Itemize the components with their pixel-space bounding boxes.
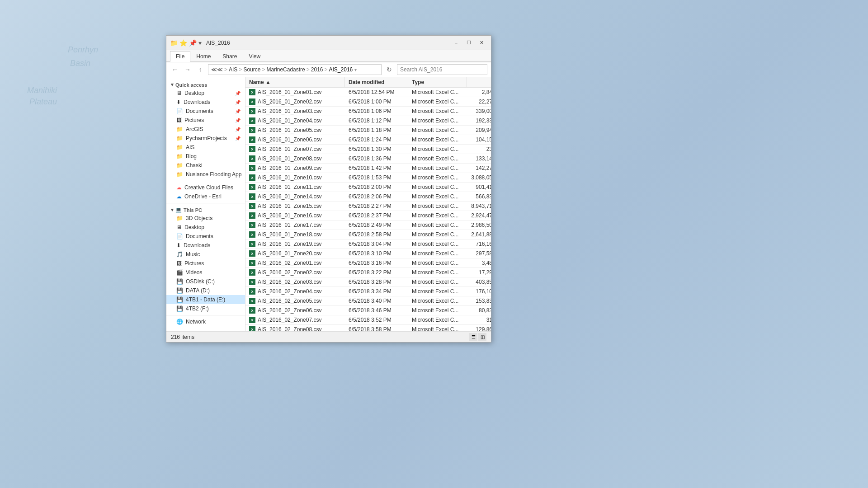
table-row[interactable]: X AIS_2016_01_Zone05.csv 6/5/2018 1:18 P…: [245, 126, 491, 135]
close-button[interactable]: ✕: [476, 38, 487, 47]
path-source: Source: [243, 66, 260, 73]
address-path[interactable]: ≪≪ > AIS > Source > MarineCadastre > 201…: [208, 64, 382, 75]
osdisk-icon: 💾: [176, 278, 183, 285]
table-row[interactable]: X AIS_2016_01_Zone18.csv 6/5/2018 2:58 P…: [245, 230, 491, 239]
chevron-right-icon: ▾: [171, 207, 174, 213]
file-size-cell: 2,641,880 KB: [467, 230, 491, 239]
file-date-cell: 6/5/2018 2:27 PM: [345, 202, 408, 211]
sidebar-item-videos[interactable]: 🎬 Videos: [166, 268, 245, 277]
table-row[interactable]: X AIS_2016_02_Zone06.csv 6/5/2018 3:46 P…: [245, 306, 491, 315]
table-row[interactable]: X AIS_2016_02_Zone03.csv 6/5/2018 3:28 P…: [245, 277, 491, 287]
sidebar-item-chaski[interactable]: 📁 Chaski: [166, 161, 245, 170]
sidebar-item-pictures[interactable]: 🖼 Pictures 📌: [166, 116, 245, 125]
sidebar-item-creative-cloud[interactable]: ☁ Creative Cloud Files: [166, 183, 245, 192]
sidebar-item-pc-desktop[interactable]: 🖥 Desktop: [166, 223, 245, 232]
sidebar-item-network[interactable]: 🌐 Network: [166, 317, 245, 326]
sidebar-item-pc-downloads[interactable]: ⬇ Downloads: [166, 241, 245, 250]
sidebar-divider-2: [166, 203, 245, 203]
sidebar-item-ais[interactable]: 📁 AIS: [166, 143, 245, 152]
details-view-button[interactable]: ☰: [469, 333, 477, 341]
sidebar-this-pc[interactable]: ▾ 💻 This PC: [166, 205, 245, 214]
file-size-cell: 3,088,059 KB: [467, 173, 491, 182]
sidebar-item-data-d[interactable]: 💾 DATA (D:): [166, 286, 245, 295]
sidebar-item-osdisk-label: OSDisk (C:): [186, 278, 215, 285]
table-row[interactable]: X AIS_2016_01_Zone19.csv 6/5/2018 3:04 P…: [245, 239, 491, 249]
large-icons-button[interactable]: ◫: [478, 333, 486, 341]
sidebar-item-arcgis[interactable]: 📁 ArcGIS 📌: [166, 125, 245, 134]
sidebar-item-3dobjects[interactable]: 📁 3D Objects: [166, 214, 245, 223]
sidebar-item-blog[interactable]: 📁 Blog: [166, 152, 245, 161]
table-row[interactable]: X AIS_2016_01_Zone04.csv 6/5/2018 1:12 P…: [245, 116, 491, 126]
table-row[interactable]: X AIS_2016_02_Zone05.csv 6/5/2018 3:40 P…: [245, 296, 491, 306]
sidebar-item-onedrive[interactable]: ☁ OneDrive - Esri: [166, 192, 245, 201]
table-row[interactable]: X AIS_2016_02_Zone01.csv 6/5/2018 3:16 P…: [245, 258, 491, 268]
col-header-type[interactable]: Type: [408, 77, 467, 87]
excel-icon: X: [249, 117, 255, 124]
tab-home[interactable]: Home: [190, 51, 217, 61]
file-list[interactable]: Name ▲ Date modified Type Size X AIS_201…: [245, 77, 491, 331]
col-header-size[interactable]: Size: [467, 77, 491, 87]
search-input[interactable]: [397, 64, 487, 75]
pin-icon-pyc: 📌: [235, 136, 241, 141]
file-name-cell: X AIS_2016_01_Zone17.csv: [245, 221, 345, 230]
table-row[interactable]: X AIS_2016_01_Zone09.csv 6/5/2018 1:42 P…: [245, 164, 491, 173]
sidebar-item-blog-label: Blog: [186, 153, 197, 160]
table-row[interactable]: X AIS_2016_01_Zone08.csv 6/5/2018 1:36 P…: [245, 154, 491, 164]
col-header-name[interactable]: Name ▲: [245, 77, 345, 87]
sidebar-quick-access-label: Quick access: [175, 82, 207, 88]
table-row[interactable]: X AIS_2016_02_Zone07.csv 6/5/2018 3:52 P…: [245, 315, 491, 325]
sidebar-item-4tb1[interactable]: 💾 4TB1 - Data (E:): [166, 295, 245, 304]
forward-button[interactable]: →: [183, 65, 193, 75]
file-size-cell: 142,278 KB: [467, 164, 491, 173]
table-row[interactable]: X AIS_2016_01_Zone17.csv 6/5/2018 2:49 P…: [245, 221, 491, 230]
col-header-date[interactable]: Date modified: [345, 77, 408, 87]
pin-icon-pic: 📌: [235, 118, 241, 123]
sidebar-item-4tb2[interactable]: 💾 4TB2 (F:): [166, 304, 245, 313]
table-row[interactable]: X AIS_2016_01_Zone15.csv 6/5/2018 2:27 P…: [245, 202, 491, 211]
table-row[interactable]: X AIS_2016_01_Zone02.csv 6/5/2018 1:00 P…: [245, 97, 491, 107]
sidebar-item-nusiance[interactable]: 📁 Nusiance Flooding App: [166, 170, 245, 179]
minimize-button[interactable]: −: [450, 38, 462, 47]
sidebar-item-arcgis-label: ArcGIS: [186, 126, 203, 132]
table-row[interactable]: X AIS_2016_01_Zone07.csv 6/5/2018 1:30 P…: [245, 145, 491, 154]
table-row[interactable]: X AIS_2016_02_Zone04.csv 6/5/2018 3:34 P…: [245, 287, 491, 296]
sidebar-item-desktop[interactable]: 🖥 Desktop 📌: [166, 89, 245, 98]
tab-share[interactable]: Share: [217, 51, 243, 61]
sidebar-item-documents[interactable]: 📄 Documents 📌: [166, 107, 245, 116]
table-row[interactable]: X AIS_2016_01_Zone14.csv 6/5/2018 2:06 P…: [245, 192, 491, 202]
table-row[interactable]: X AIS_2016_02_Zone08.csv 6/5/2018 3:58 P…: [245, 325, 491, 331]
refresh-button[interactable]: ↻: [384, 65, 394, 75]
sidebar-item-osdisk[interactable]: 💾 OSDisk (C:): [166, 277, 245, 286]
table-row[interactable]: X AIS_2016_01_Zone20.csv 6/5/2018 3:10 P…: [245, 249, 491, 258]
file-type-cell: Microsoft Excel C...: [408, 202, 467, 211]
table-row[interactable]: X AIS_2016_01_Zone03.csv 6/5/2018 1:06 P…: [245, 107, 491, 116]
chaski-folder-icon: 📁: [176, 162, 183, 169]
sidebar-item-pc-documents[interactable]: 📄 Documents: [166, 232, 245, 241]
tab-file[interactable]: File: [170, 51, 190, 62]
table-row[interactable]: X AIS_2016_01_Zone16.csv 6/5/2018 2:37 P…: [245, 211, 491, 221]
table-row[interactable]: X AIS_2016_01_Zone11.csv 6/5/2018 2:00 P…: [245, 183, 491, 192]
sidebar-this-pc-label: This PC: [184, 207, 202, 213]
sidebar-item-pc-pictures[interactable]: 🖼 Pictures: [166, 259, 245, 268]
back-button[interactable]: ←: [170, 65, 180, 75]
videos-icon: 🎬: [176, 269, 183, 276]
sidebar-item-downloads[interactable]: ⬇ Downloads 📌: [166, 98, 245, 107]
up-button[interactable]: ↑: [195, 65, 205, 75]
sidebar: ▾ Quick access 🖥 Desktop 📌 ⬇ Downloads 📌…: [166, 77, 245, 331]
excel-icon: X: [249, 155, 255, 162]
maximize-button[interactable]: ☐: [463, 38, 475, 47]
tab-view[interactable]: View: [243, 51, 266, 61]
table-row[interactable]: X AIS_2016_01_Zone01.csv 6/5/2018 12:54 …: [245, 88, 491, 97]
sidebar-item-pycharm[interactable]: 📁 PycharmProjects 📌: [166, 134, 245, 143]
file-name: AIS_2016_01_Zone06.csv: [258, 136, 321, 143]
file-name-cell: X AIS_2016_02_Zone08.csv: [245, 325, 345, 331]
pin-icon-title: 📌: [189, 39, 197, 47]
table-row[interactable]: X AIS_2016_02_Zone02.csv 6/5/2018 3:22 P…: [245, 268, 491, 277]
file-name-cell: X AIS_2016_01_Zone18.csv: [245, 230, 345, 239]
table-row[interactable]: X AIS_2016_01_Zone06.csv 6/5/2018 1:24 P…: [245, 135, 491, 145]
table-row[interactable]: X AIS_2016_01_Zone10.csv 6/5/2018 1:53 P…: [245, 173, 491, 183]
sidebar-item-pc-desktop-label: Desktop: [184, 224, 204, 230]
sidebar-quick-access[interactable]: ▾ Quick access: [166, 80, 245, 89]
file-name-cell: X AIS_2016_01_Zone01.csv: [245, 88, 345, 97]
sidebar-item-music[interactable]: 🎵 Music: [166, 250, 245, 259]
